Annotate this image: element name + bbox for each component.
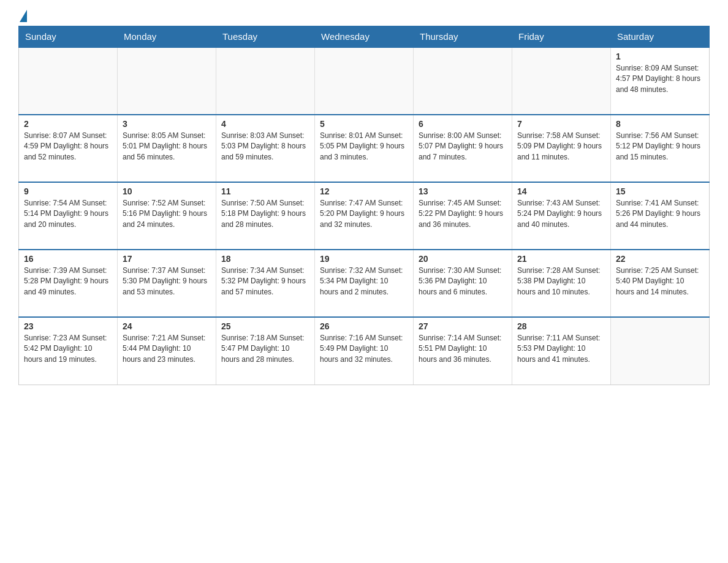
day-number: 18: [221, 254, 309, 264]
calendar-cell: 7Sunrise: 7:58 AM Sunset: 5:09 PM Daylig…: [512, 115, 611, 182]
day-number: 11: [221, 186, 309, 196]
day-info: Sunrise: 7:54 AM Sunset: 5:14 PM Dayligh…: [24, 198, 112, 230]
day-number: 17: [123, 254, 211, 264]
calendar-cell: 10Sunrise: 7:52 AM Sunset: 5:16 PM Dayli…: [118, 182, 216, 250]
calendar-cell: 4Sunrise: 8:03 AM Sunset: 5:03 PM Daylig…: [216, 115, 315, 182]
day-info: Sunrise: 7:50 AM Sunset: 5:18 PM Dayligh…: [221, 198, 309, 230]
calendar-cell: 8Sunrise: 7:56 AM Sunset: 5:12 PM Daylig…: [611, 115, 710, 182]
week-row-1: 1Sunrise: 8:09 AM Sunset: 4:57 PM Daylig…: [19, 47, 710, 115]
day-info: Sunrise: 7:25 AM Sunset: 5:40 PM Dayligh…: [616, 266, 704, 297]
day-number: 26: [320, 321, 408, 331]
weekday-header-row: SundayMondayTuesdayWednesdayThursdayFrid…: [19, 26, 710, 48]
day-number: 3: [123, 119, 211, 129]
day-info: Sunrise: 7:37 AM Sunset: 5:30 PM Dayligh…: [123, 266, 211, 297]
day-number: 24: [123, 321, 211, 331]
calendar-cell: [19, 47, 118, 115]
day-number: 22: [616, 254, 704, 264]
calendar-cell: 19Sunrise: 7:32 AM Sunset: 5:34 PM Dayli…: [315, 250, 414, 317]
calendar-cell: 9Sunrise: 7:54 AM Sunset: 5:14 PM Daylig…: [19, 182, 118, 250]
calendar-cell: [216, 47, 315, 115]
day-info: Sunrise: 7:47 AM Sunset: 5:20 PM Dayligh…: [320, 198, 408, 230]
day-info: Sunrise: 7:11 AM Sunset: 5:53 PM Dayligh…: [517, 333, 605, 365]
weekday-header-thursday: Thursday: [414, 26, 512, 48]
day-number: 13: [419, 186, 507, 196]
day-info: Sunrise: 7:56 AM Sunset: 5:12 PM Dayligh…: [616, 131, 704, 163]
week-row-2: 2Sunrise: 8:07 AM Sunset: 4:59 PM Daylig…: [19, 115, 710, 182]
day-info: Sunrise: 8:05 AM Sunset: 5:01 PM Dayligh…: [123, 131, 211, 163]
calendar-cell: 12Sunrise: 7:47 AM Sunset: 5:20 PM Dayli…: [315, 182, 414, 250]
day-number: 16: [24, 254, 112, 264]
calendar-table: SundayMondayTuesdayWednesdayThursdayFrid…: [18, 26, 710, 385]
calendar-cell: 1Sunrise: 8:09 AM Sunset: 4:57 PM Daylig…: [611, 47, 710, 115]
day-number: 8: [616, 119, 704, 129]
calendar-cell: 11Sunrise: 7:50 AM Sunset: 5:18 PM Dayli…: [216, 182, 315, 250]
calendar-cell: 15Sunrise: 7:41 AM Sunset: 5:26 PM Dayli…: [611, 182, 710, 250]
day-number: 5: [320, 119, 408, 129]
week-row-3: 9Sunrise: 7:54 AM Sunset: 5:14 PM Daylig…: [19, 182, 710, 250]
day-number: 23: [24, 321, 112, 331]
day-number: 12: [320, 186, 408, 196]
logo: [18, 12, 27, 20]
day-number: 15: [616, 186, 704, 196]
calendar-cell: 27Sunrise: 7:14 AM Sunset: 5:51 PM Dayli…: [414, 317, 512, 385]
calendar-cell: 25Sunrise: 7:18 AM Sunset: 5:47 PM Dayli…: [216, 317, 315, 385]
day-info: Sunrise: 7:43 AM Sunset: 5:24 PM Dayligh…: [517, 198, 605, 230]
calendar-cell: 22Sunrise: 7:25 AM Sunset: 5:40 PM Dayli…: [611, 250, 710, 317]
day-info: Sunrise: 7:52 AM Sunset: 5:16 PM Dayligh…: [123, 198, 211, 230]
calendar-cell: 26Sunrise: 7:16 AM Sunset: 5:49 PM Dayli…: [315, 317, 414, 385]
day-info: Sunrise: 7:34 AM Sunset: 5:32 PM Dayligh…: [221, 266, 309, 297]
calendar-cell: 6Sunrise: 8:00 AM Sunset: 5:07 PM Daylig…: [414, 115, 512, 182]
day-info: Sunrise: 8:01 AM Sunset: 5:05 PM Dayligh…: [320, 131, 408, 163]
day-info: Sunrise: 7:16 AM Sunset: 5:49 PM Dayligh…: [320, 333, 408, 365]
day-info: Sunrise: 7:45 AM Sunset: 5:22 PM Dayligh…: [419, 198, 507, 230]
page-header: [18, 12, 710, 20]
calendar-cell: [512, 47, 611, 115]
calendar-cell: [118, 47, 216, 115]
day-info: Sunrise: 8:09 AM Sunset: 4:57 PM Dayligh…: [616, 63, 704, 95]
day-info: Sunrise: 7:58 AM Sunset: 5:09 PM Dayligh…: [517, 131, 605, 163]
weekday-header-monday: Monday: [118, 26, 216, 48]
calendar-cell: 23Sunrise: 7:23 AM Sunset: 5:42 PM Dayli…: [19, 317, 118, 385]
calendar-cell: 28Sunrise: 7:11 AM Sunset: 5:53 PM Dayli…: [512, 317, 611, 385]
calendar-cell: 13Sunrise: 7:45 AM Sunset: 5:22 PM Dayli…: [414, 182, 512, 250]
day-number: 6: [419, 119, 507, 129]
day-info: Sunrise: 7:23 AM Sunset: 5:42 PM Dayligh…: [24, 333, 112, 365]
day-info: Sunrise: 8:07 AM Sunset: 4:59 PM Dayligh…: [24, 131, 112, 163]
day-number: 28: [517, 321, 605, 331]
calendar-cell: 21Sunrise: 7:28 AM Sunset: 5:38 PM Dayli…: [512, 250, 611, 317]
day-info: Sunrise: 7:14 AM Sunset: 5:51 PM Dayligh…: [419, 333, 507, 365]
day-info: Sunrise: 7:39 AM Sunset: 5:28 PM Dayligh…: [24, 266, 112, 297]
weekday-header-friday: Friday: [512, 26, 611, 48]
day-number: 2: [24, 119, 112, 129]
day-info: Sunrise: 7:18 AM Sunset: 5:47 PM Dayligh…: [221, 333, 309, 365]
day-number: 7: [517, 119, 605, 129]
calendar-cell: 5Sunrise: 8:01 AM Sunset: 5:05 PM Daylig…: [315, 115, 414, 182]
day-number: 19: [320, 254, 408, 264]
day-number: 4: [221, 119, 309, 129]
day-info: Sunrise: 7:30 AM Sunset: 5:36 PM Dayligh…: [419, 266, 507, 297]
day-number: 1: [616, 52, 704, 61]
day-info: Sunrise: 7:32 AM Sunset: 5:34 PM Dayligh…: [320, 266, 408, 297]
day-number: 21: [517, 254, 605, 264]
calendar-cell: 3Sunrise: 8:05 AM Sunset: 5:01 PM Daylig…: [118, 115, 216, 182]
calendar-cell: [414, 47, 512, 115]
calendar-cell: 17Sunrise: 7:37 AM Sunset: 5:30 PM Dayli…: [118, 250, 216, 317]
week-row-5: 23Sunrise: 7:23 AM Sunset: 5:42 PM Dayli…: [19, 317, 710, 385]
day-info: Sunrise: 7:21 AM Sunset: 5:44 PM Dayligh…: [123, 333, 211, 365]
weekday-header-sunday: Sunday: [19, 26, 118, 48]
day-info: Sunrise: 8:03 AM Sunset: 5:03 PM Dayligh…: [221, 131, 309, 163]
calendar-cell: [611, 317, 710, 385]
calendar-cell: 16Sunrise: 7:39 AM Sunset: 5:28 PM Dayli…: [19, 250, 118, 317]
day-info: Sunrise: 7:41 AM Sunset: 5:26 PM Dayligh…: [616, 198, 704, 230]
calendar-cell: 18Sunrise: 7:34 AM Sunset: 5:32 PM Dayli…: [216, 250, 315, 317]
day-number: 14: [517, 186, 605, 196]
week-row-4: 16Sunrise: 7:39 AM Sunset: 5:28 PM Dayli…: [19, 250, 710, 317]
day-number: 25: [221, 321, 309, 331]
day-number: 20: [419, 254, 507, 264]
day-number: 27: [419, 321, 507, 331]
calendar-cell: 20Sunrise: 7:30 AM Sunset: 5:36 PM Dayli…: [414, 250, 512, 317]
weekday-header-tuesday: Tuesday: [216, 26, 315, 48]
day-info: Sunrise: 8:00 AM Sunset: 5:07 PM Dayligh…: [419, 131, 507, 163]
day-number: 9: [24, 186, 112, 196]
calendar-cell: 2Sunrise: 8:07 AM Sunset: 4:59 PM Daylig…: [19, 115, 118, 182]
